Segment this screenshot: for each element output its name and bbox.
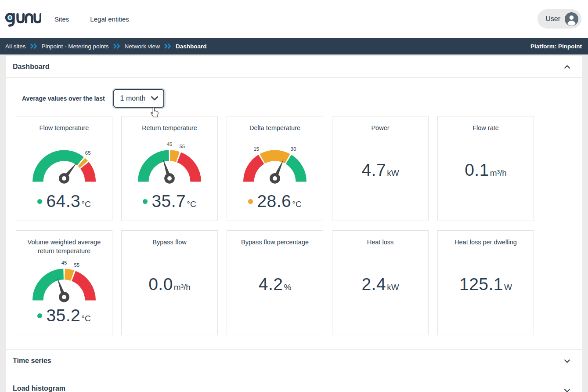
nav-item-sites[interactable]: Sites <box>54 15 69 23</box>
metric-unit: °C <box>81 200 90 209</box>
gauge-wrap: 1530 <box>227 133 323 192</box>
metric-value: 125.1 <box>459 275 503 294</box>
chevron-up-icon[interactable] <box>564 65 570 69</box>
gauge-chart: 1530 <box>234 138 315 186</box>
metric-value: 64.3 <box>46 192 80 211</box>
metric-value: 4.2 <box>259 275 283 294</box>
gauge-zone-red <box>85 165 90 181</box>
metric-value-row: 0.0 m³/h <box>148 247 191 322</box>
metric-value-row: 4.2 % <box>259 247 292 322</box>
section-header-time-series[interactable]: Time series <box>6 350 582 372</box>
gauge-zone-orange <box>65 274 72 275</box>
chevron-down-icon[interactable] <box>564 359 570 363</box>
metric-unit: °C <box>187 200 196 209</box>
metric-value: 0.0 <box>148 275 173 294</box>
dashboard-section-body: Average values over the last 1 month Flo… <box>6 78 582 349</box>
gauge-chart: 4555 <box>24 257 105 305</box>
metric-unit: % <box>284 283 291 292</box>
metric-card: Heat loss per dwelling 125.1 W <box>437 230 534 335</box>
metric-card: Bypass flow percentage 4.2 % <box>227 230 323 335</box>
gauge-chart: 65 <box>24 138 105 186</box>
metric-value-row: 64.3 °C <box>37 192 90 211</box>
main-nav: Sites Legal entities <box>54 15 129 23</box>
metric-value: 28.6 <box>257 192 291 211</box>
metric-value-row: 4.7 kW <box>361 133 399 207</box>
section-header-load-histogram[interactable]: Load histogram <box>6 372 582 392</box>
mouse-cursor-icon <box>149 104 160 118</box>
nav-item-legal-entities[interactable]: Legal entities <box>90 15 129 23</box>
metric-value-row: 0.1 m³/h <box>465 133 507 207</box>
gauge-zone-orange <box>262 156 287 159</box>
breadcrumb-chevrons-icon <box>113 44 121 49</box>
metric-card-title: Power <box>363 124 397 133</box>
section-title-load-histogram: Load histogram <box>13 385 65 392</box>
metric-card-title: Heat loss <box>359 238 401 247</box>
average-period-label: Average values over the last <box>22 95 105 102</box>
metric-card: Power 4.7 kW <box>332 116 429 221</box>
status-dot <box>143 199 148 204</box>
gauge-tick-label: 45 <box>61 260 67 265</box>
metric-unit: m³/h <box>490 168 507 178</box>
gauge-zone-green <box>289 159 301 181</box>
metric-unit: kW <box>387 168 399 178</box>
status-dot <box>37 313 42 318</box>
chevron-down-icon[interactable] <box>564 388 570 392</box>
metric-card: Flow temperature65 64.3 °C <box>16 116 112 221</box>
metric-value: 4.7 <box>361 160 386 180</box>
metric-value-row: 125.1 W <box>459 247 512 322</box>
gauge-wrap: 4555 <box>122 133 217 192</box>
breadcrumb: All sites Pinpoint - Metering points Net… <box>0 38 588 54</box>
metric-card-title: Delta temperature <box>242 124 308 133</box>
metric-value-row: 28.6 °C <box>248 192 301 211</box>
section-title-time-series: Time series <box>13 357 51 365</box>
metric-card: Bypass flow 0.0 m³/h <box>121 230 218 335</box>
breadcrumb-network-view[interactable]: Network view <box>125 43 160 50</box>
metric-value: 0.1 <box>465 160 489 180</box>
metric-card-title: Volume weighted average return temperatu… <box>16 238 112 255</box>
metric-value-row: 2.4 kW <box>361 247 399 322</box>
metric-unit: kW <box>387 283 399 292</box>
metric-unit: W <box>504 283 512 292</box>
section-header-dashboard[interactable]: Dashboard <box>6 56 582 77</box>
breadcrumb-all-sites[interactable]: All sites <box>5 43 26 50</box>
gauge-tick-label: 65 <box>85 150 91 156</box>
section-title-dashboard: Dashboard <box>13 63 50 71</box>
metric-cards-grid: Flow temperature65 64.3 °C Return temper… <box>16 116 572 335</box>
gauge-tick-label: 55 <box>74 262 79 268</box>
breadcrumb-metering-points[interactable]: Pinpoint - Metering points <box>42 43 109 50</box>
metric-card: Flow rate 0.1 m³/h <box>437 116 534 221</box>
status-dot <box>37 199 42 204</box>
gauge-chart: 4555 <box>129 138 210 186</box>
platform-label: Platform: Pinpoint <box>530 43 582 50</box>
content-panel: Dashboard Average values over the last 1… <box>6 56 582 392</box>
gauge-tick-label: 45 <box>167 142 173 147</box>
user-menu-button[interactable]: User <box>537 9 581 29</box>
gauge-zone-orange <box>170 156 178 157</box>
user-label: User <box>545 15 560 23</box>
metric-card: Return temperature4555 35.7 °C <box>121 116 218 221</box>
logo-dot <box>8 16 11 19</box>
user-avatar-icon <box>565 12 578 26</box>
guru-logo <box>4 8 41 29</box>
metric-card-title: Flow temperature <box>32 124 97 133</box>
metric-card-title: Bypass flow percentage <box>233 238 317 247</box>
metric-card-title: Return temperature <box>134 124 205 133</box>
metric-card-title: Flow rate <box>465 124 507 133</box>
gauge-tick-label: 15 <box>254 146 260 152</box>
metric-card-title: Bypass flow <box>144 238 194 247</box>
metric-value-row: 35.7 °C <box>143 192 196 211</box>
breadcrumb-dashboard[interactable]: Dashboard <box>176 43 207 50</box>
gauge-wrap: 65 <box>16 133 112 192</box>
gauge-tick-label: 55 <box>179 144 185 149</box>
metric-value-row: 35.2 °C <box>37 306 90 325</box>
gauge-zone-red <box>249 159 261 181</box>
gauge-zone-red <box>74 276 90 300</box>
status-dot <box>248 199 253 204</box>
metric-value: 35.2 <box>46 306 80 325</box>
metric-unit: m³/h <box>174 283 191 292</box>
chevron-down-icon <box>151 96 158 101</box>
metric-card-title: Heat loss per dwelling <box>447 238 525 247</box>
gauge-tick-label: 30 <box>291 146 296 152</box>
metric-unit: °C <box>81 314 90 323</box>
gauge-zone-orange <box>82 162 84 164</box>
